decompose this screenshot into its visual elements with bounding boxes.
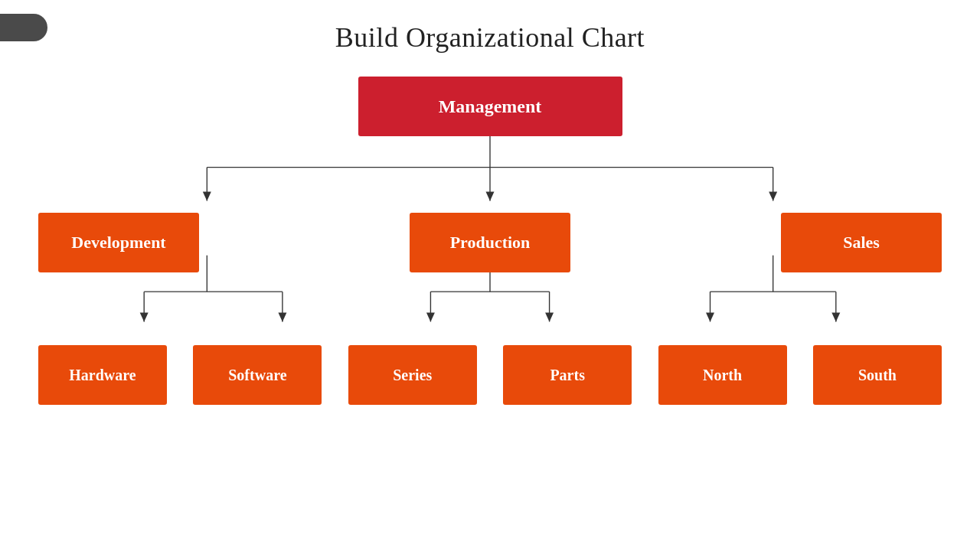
node-north: North — [658, 345, 787, 405]
svg-marker-13 — [278, 313, 286, 322]
org-chart: Management Development Production Sales … — [38, 77, 942, 405]
svg-marker-24 — [706, 313, 714, 322]
svg-marker-18 — [426, 313, 435, 322]
node-software: Software — [193, 345, 322, 405]
top-pill-decoration — [0, 14, 47, 41]
svg-marker-19 — [545, 313, 554, 322]
node-hardware: Hardware — [38, 345, 167, 405]
svg-marker-6 — [486, 192, 495, 201]
svg-marker-12 — [140, 313, 149, 322]
node-sales: Sales — [781, 213, 942, 272]
node-parts: Parts — [503, 345, 632, 405]
node-series: Series — [348, 345, 477, 405]
node-management: Management — [358, 77, 622, 136]
node-south: South — [813, 345, 942, 405]
svg-marker-5 — [203, 192, 211, 201]
page-title: Build Organizational Chart — [0, 0, 980, 54]
node-production: Production — [410, 213, 570, 272]
node-development: Development — [38, 213, 199, 272]
svg-marker-7 — [769, 192, 777, 201]
svg-marker-25 — [831, 313, 840, 322]
